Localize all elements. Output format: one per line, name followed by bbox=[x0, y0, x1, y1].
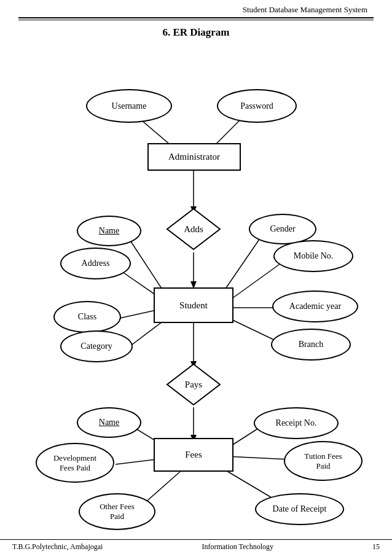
username-node: Username bbox=[86, 89, 172, 123]
address-node: Address bbox=[60, 248, 131, 279]
student-node: Student bbox=[154, 287, 233, 323]
category-node: Category bbox=[60, 330, 133, 362]
pays-node: Pays bbox=[166, 363, 221, 406]
tution-fees-node: Tution Fees Paid bbox=[284, 441, 363, 481]
header-line2 bbox=[18, 20, 374, 20]
development-fees-node: Development Fees Paid bbox=[36, 443, 114, 483]
footer-right: 15 bbox=[372, 542, 380, 552]
page: Student Database Management System 6. ER… bbox=[0, 0, 392, 554]
name-top-node: Name bbox=[77, 216, 141, 246]
footer-left: T.B.G.Polytechnic, Ambajogai bbox=[12, 542, 103, 552]
class-node: Class bbox=[53, 301, 121, 333]
name-bottom-node: Name bbox=[77, 407, 141, 438]
mobile-no-node: Mobile No. bbox=[273, 240, 353, 272]
academic-year-node: Academic year bbox=[272, 291, 358, 322]
password-node: Password bbox=[217, 89, 297, 123]
page-title: 6. ER Diagram bbox=[18, 26, 374, 39]
other-fees-node: Other Fees Paid bbox=[79, 493, 155, 530]
svg-line-21 bbox=[226, 456, 289, 459]
svg-line-10 bbox=[224, 232, 264, 291]
adds-node: Adds bbox=[166, 208, 221, 251]
er-diagram: Username Password Administrator Adds Nam… bbox=[18, 45, 375, 536]
receipt-no-node: Receipt No. bbox=[254, 407, 339, 439]
svg-line-11 bbox=[226, 260, 286, 303]
branch-node: Branch bbox=[271, 329, 351, 361]
footer: T.B.G.Polytechnic, Ambajogai Information… bbox=[0, 539, 392, 554]
footer-center: Information Technology bbox=[202, 542, 273, 552]
administrator-node: Administrator bbox=[147, 143, 241, 171]
header: Student Database Management System bbox=[18, 0, 374, 18]
header-title: Student Database Management System bbox=[243, 5, 367, 14]
fees-node: Fees bbox=[154, 438, 233, 472]
date-of-receipt-node: Date of Receipt bbox=[255, 493, 344, 525]
